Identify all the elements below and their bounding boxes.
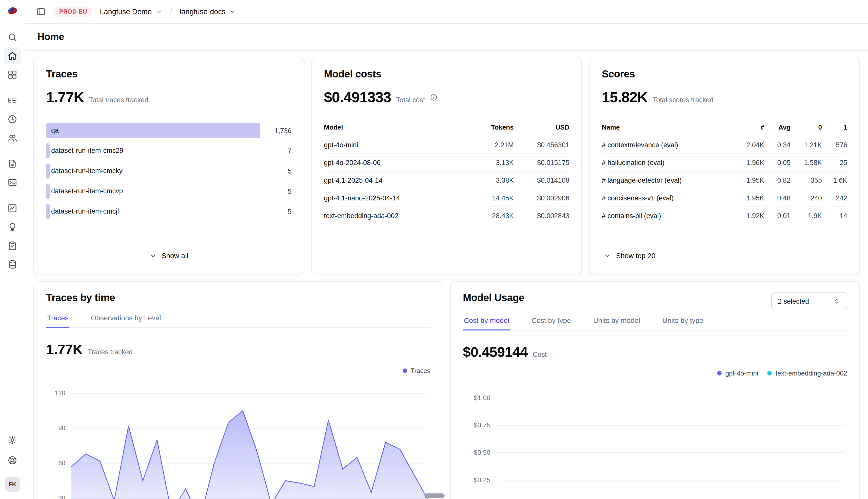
sidebar-bottom: FK	[4, 431, 21, 492]
model-selector[interactable]: 2 selected	[771, 292, 847, 310]
svg-text:$1.00: $1.00	[474, 394, 490, 402]
show-top-20-button[interactable]: Show top 20	[602, 247, 661, 264]
sidebar-item-datasets[interactable]	[4, 256, 21, 273]
show-all-button[interactable]: Show all	[144, 247, 193, 264]
score-name: # hallucination (eval)	[602, 154, 733, 171]
column-header: 1	[822, 119, 847, 136]
chevrons-up-down-icon	[833, 297, 841, 305]
traces-by-time-tab-traces[interactable]: Traces	[46, 313, 70, 328]
sidebar-item-users[interactable]	[4, 129, 21, 146]
settings-icon	[8, 435, 17, 445]
tracing-icon	[8, 95, 17, 105]
model-usage-header: Model Usage 2 selected	[463, 292, 847, 310]
model-name: text-embedding-ada-002	[324, 207, 468, 224]
sessions-icon	[8, 114, 17, 124]
sidebar-item-sessions[interactable]	[4, 110, 21, 127]
traces-tracked-label: Traces tracked	[87, 348, 133, 356]
app-window: FK PROD-EU Langfuse Demo / langfuse-docs…	[0, 0, 868, 499]
trace-bar-row[interactable]: qa1,736	[46, 123, 292, 138]
model-costs-card: Model costs $0.491333 Total cost ModelTo…	[311, 58, 582, 274]
svg-text:$0.25: $0.25	[474, 476, 490, 484]
panel-left-icon	[36, 7, 46, 16]
traces-card: Traces 1.77K Total traces tracked qa1,73…	[33, 58, 304, 274]
sidebar-toggle-button[interactable]	[34, 5, 48, 18]
sidebar-item-settings[interactable]	[4, 431, 21, 448]
svg-text:120: 120	[55, 389, 65, 397]
model-tokens: 2.21M	[468, 136, 514, 154]
model-usage-card: Model Usage 2 selected Cost by modelCost…	[450, 281, 860, 499]
score-name: # contains-pii (eval)	[602, 207, 733, 224]
usage-cost-value: $0.459144	[463, 344, 528, 360]
model-usage-tab-units-by-model[interactable]: Units by model	[592, 315, 641, 330]
svg-text:$0.75: $0.75	[474, 421, 490, 429]
model-usage-tab-cost-by-type[interactable]: Cost by type	[531, 315, 572, 330]
score-one: 1.6K	[822, 171, 847, 189]
svg-text:90: 90	[58, 424, 65, 431]
dashboards-icon	[8, 70, 17, 79]
scores-icon	[8, 203, 17, 213]
topbar: PROD-EU Langfuse Demo / langfuse-docs	[25, 0, 868, 24]
legend-label: Traces	[411, 367, 431, 374]
model-usd: $0.002843	[514, 207, 570, 224]
bottom-cards-row: Traces by time TracesObservations by Lev…	[33, 281, 860, 499]
model-usage-tabs: Cost by modelCost by typeUnits by modelU…	[463, 315, 847, 330]
bar-track: dataset-run-item-cmcvp	[46, 184, 260, 199]
trace-bar-row[interactable]: dataset-run-item-cmcky5	[46, 163, 292, 179]
model-name: gpt-4o-mini	[324, 136, 468, 154]
show-top-20-label: Show top 20	[616, 252, 656, 260]
score-count: 1.95K	[733, 171, 764, 189]
info-icon[interactable]	[430, 94, 438, 101]
traces-by-time-tab-observations-by-level[interactable]: Observations by Level	[90, 313, 162, 328]
trace-bar-row[interactable]: dataset-run-item-cmc297	[46, 143, 292, 158]
avatar[interactable]: FK	[5, 477, 20, 492]
model-name: gpt-4.1-nano-2025-04-14	[324, 189, 468, 207]
score-zero: 355	[790, 171, 822, 189]
lightbulb-icon	[8, 222, 17, 232]
svg-text:30: 30	[58, 495, 65, 499]
scores-total: 15.82K	[602, 89, 648, 106]
model-usage-tab-cost-by-model[interactable]: Cost by model	[463, 315, 510, 330]
card-title: Traces by time	[46, 292, 430, 304]
legend-dot	[768, 371, 772, 375]
sidebar-item-home[interactable]	[4, 47, 21, 64]
model-usage-metric: $0.459144 Cost	[463, 344, 847, 360]
column-header: #	[733, 119, 764, 136]
model-name: gpt-4.1-2025-04-14	[324, 171, 468, 189]
traces-by-time-chart: 120906030	[46, 381, 430, 499]
horizontal-scrollbar-thumb[interactable]	[424, 494, 445, 498]
bar-track: dataset-run-item-cmcky	[46, 163, 260, 179]
org-name: Langfuse Demo	[100, 8, 152, 16]
sidebar-item-tracing[interactable]	[4, 92, 21, 109]
sidebar-item-playground[interactable]	[4, 173, 21, 191]
bar-fill	[46, 184, 50, 199]
model-usage-tab-units-by-type[interactable]: Units by type	[662, 315, 704, 330]
evaluation-icon	[8, 241, 17, 250]
sidebar-item-scores[interactable]	[4, 199, 21, 217]
bar-label: dataset-run-item-cmcjf	[51, 204, 119, 219]
model-cost-row: gpt-4.1-nano-2025-04-1414.45K$0.002906	[324, 189, 569, 207]
sidebar-item-prompts[interactable]	[4, 155, 21, 172]
model-tokens: 3.13K	[468, 154, 514, 171]
legend-label: text-embedding-ada-002	[776, 369, 847, 377]
org-switcher[interactable]: Langfuse Demo	[99, 5, 163, 18]
bar-value: 5	[265, 187, 292, 195]
model-tokens: 14.45K	[468, 189, 514, 207]
score-count: 1.96K	[733, 154, 764, 171]
traces-by-time-legend: Traces	[46, 366, 430, 375]
sidebar-item-insights[interactable]	[4, 218, 21, 235]
trace-bar-row[interactable]: dataset-run-item-cmcjf5	[46, 204, 292, 219]
score-name: # conciseness-v1 (eval)	[602, 189, 733, 207]
sidebar-item-dashboards[interactable]	[4, 66, 21, 83]
project-name: langfuse-docs	[180, 8, 226, 16]
bar-track: dataset-run-item-cmcjf	[46, 204, 260, 219]
trace-bar-row[interactable]: dataset-run-item-cmcvp5	[46, 184, 292, 199]
model-usd: $0.456301	[514, 136, 570, 154]
model-cost-row: gpt-4.1-2025-04-143.38K$0.014108	[324, 171, 569, 189]
project-switcher[interactable]: langfuse-docs	[179, 5, 237, 18]
score-zero: 240	[790, 189, 822, 207]
sidebar-item-evaluation[interactable]	[4, 237, 21, 254]
legend-dot	[403, 368, 407, 373]
sidebar-item-search[interactable]	[4, 28, 21, 46]
sidebar-item-support[interactable]	[4, 451, 21, 468]
bar-value: 1,736	[265, 127, 292, 134]
